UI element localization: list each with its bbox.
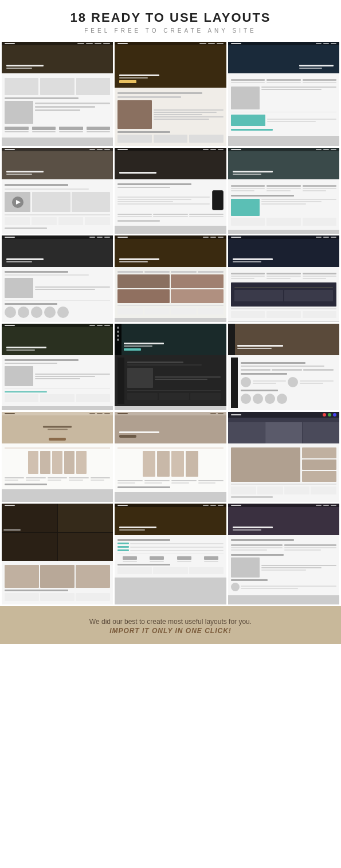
layout-thumb-4[interactable] [2, 148, 113, 234]
footer-cta[interactable]: IMPORT IT ONLY IN ONE CLICK! [11, 627, 330, 635]
layout-thumb-16[interactable] [2, 504, 113, 604]
layouts-grid [0, 42, 341, 604]
page-title: 18 READY TO USE LAYOUTS [6, 10, 335, 25]
layout-thumb-3[interactable] [228, 42, 339, 146]
layout-thumb-13[interactable] [2, 412, 113, 502]
layout-thumb-10[interactable] [2, 324, 113, 410]
layout-thumb-12[interactable] [228, 324, 339, 410]
layout-thumb-17[interactable] [115, 504, 226, 604]
layout-thumb-15[interactable] [228, 412, 339, 502]
layout-thumb-1[interactable] [2, 42, 113, 146]
layout-thumb-14[interactable] [115, 412, 226, 502]
layout-thumb-18[interactable] [228, 504, 339, 604]
layout-thumb-8[interactable] [115, 235, 226, 322]
page-header: 18 READY TO USE LAYOUTS FEEL FREE TO CRE… [0, 0, 341, 42]
layout-thumb-2[interactable] [115, 42, 226, 146]
layout-thumb-9[interactable] [228, 235, 339, 322]
layout-thumb-7[interactable] [2, 235, 113, 322]
footer: We did our best to create most useful la… [0, 606, 341, 644]
layout-thumb-5[interactable] [115, 148, 226, 234]
layout-thumb-6[interactable] [228, 148, 339, 234]
footer-text: We did our best to create most useful la… [11, 616, 330, 627]
layout-thumb-11[interactable] [115, 324, 226, 410]
page-subtitle: FEEL FREE TO CREATE ANY SITE [6, 28, 335, 34]
